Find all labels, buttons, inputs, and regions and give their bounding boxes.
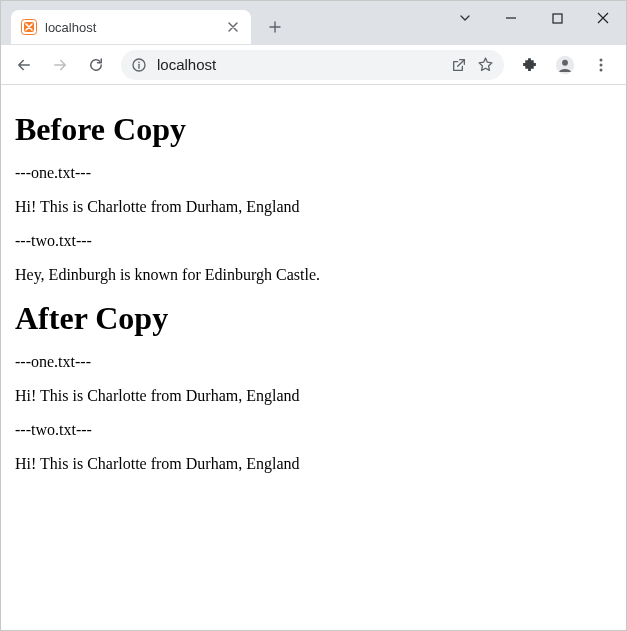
svg-point-9 (600, 68, 603, 71)
tab-title: localhost (45, 20, 217, 35)
file-content: Hey, Edinburgh is known for Edinburgh Ca… (15, 266, 612, 284)
browser-tab[interactable]: localhost (11, 10, 251, 44)
profile-icon[interactable] (548, 50, 582, 80)
file-label: ---one.txt--- (15, 353, 612, 371)
maximize-button[interactable] (534, 3, 580, 33)
minimize-button[interactable] (488, 3, 534, 33)
svg-point-6 (562, 59, 568, 65)
extensions-icon[interactable] (512, 50, 546, 80)
svg-point-7 (600, 58, 603, 61)
close-window-button[interactable] (580, 3, 626, 33)
browser-toolbar: localhost (1, 45, 626, 85)
heading-before-copy: Before Copy (15, 111, 612, 148)
svg-point-8 (600, 63, 603, 66)
star-icon[interactable] (477, 56, 494, 73)
window-controls (442, 1, 626, 35)
heading-after-copy: After Copy (15, 300, 612, 337)
xampp-icon (21, 19, 37, 35)
forward-button[interactable] (43, 50, 77, 80)
file-label: ---two.txt--- (15, 232, 612, 250)
new-tab-button[interactable] (261, 13, 289, 41)
close-icon[interactable] (225, 19, 241, 35)
tab-strip: localhost (1, 9, 289, 45)
file-content: Hi! This is Charlotte from Durham, Engla… (15, 198, 612, 216)
address-bar[interactable]: localhost (121, 50, 504, 80)
file-label: ---one.txt--- (15, 164, 612, 182)
svg-rect-2 (553, 14, 562, 23)
reload-button[interactable] (79, 50, 113, 80)
menu-icon[interactable] (584, 50, 618, 80)
svg-point-4 (138, 61, 140, 63)
file-content: Hi! This is Charlotte from Durham, Engla… (15, 387, 612, 405)
chevron-down-icon[interactable] (442, 3, 488, 33)
file-label: ---two.txt--- (15, 421, 612, 439)
page-content: Before Copy ---one.txt--- Hi! This is Ch… (1, 85, 626, 499)
toolbar-right (512, 50, 620, 80)
file-content: Hi! This is Charlotte from Durham, Engla… (15, 455, 612, 473)
window-titlebar: localhost (1, 1, 626, 45)
info-icon[interactable] (131, 57, 147, 73)
back-button[interactable] (7, 50, 41, 80)
address-text: localhost (157, 56, 441, 73)
share-icon[interactable] (451, 57, 467, 73)
